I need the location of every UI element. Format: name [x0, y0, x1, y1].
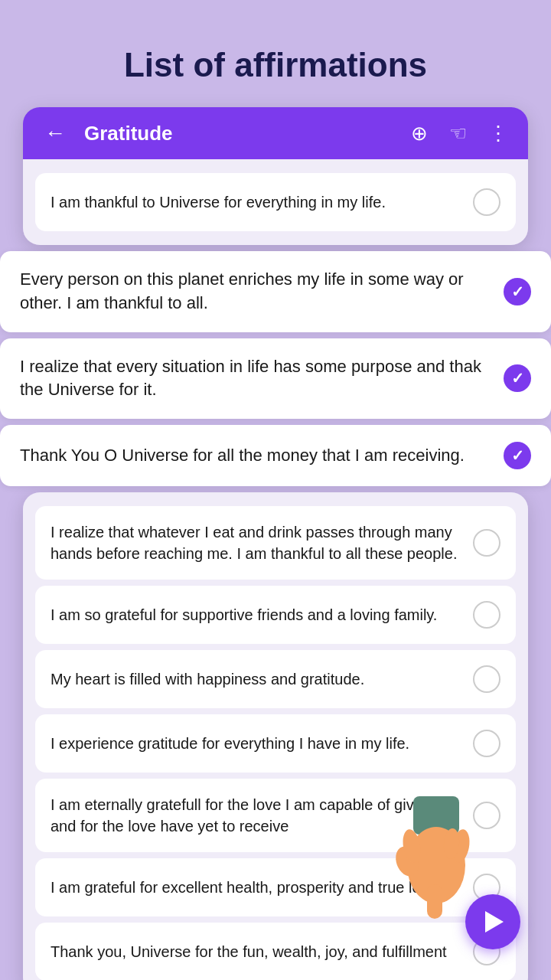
- back-button[interactable]: ←: [38, 115, 72, 152]
- app-toolbar: ← Gratitude ⊕ ☜ ⋮: [23, 107, 528, 159]
- list-item: I am so grateful for supportive friends …: [35, 586, 516, 644]
- play-button[interactable]: [465, 894, 520, 949]
- list-item: I experience gratitude for everything I …: [35, 714, 516, 773]
- add-icon[interactable]: ⊕: [406, 117, 432, 150]
- page-title: List of affirmations: [0, 0, 551, 107]
- svg-rect-2: [427, 884, 442, 919]
- checkbox-unchecked[interactable]: [473, 601, 500, 629]
- affirmation-text: Every person on this planet enriches my …: [20, 268, 494, 315]
- app-card: ← Gratitude ⊕ ☜ ⋮ I am thankful to Unive…: [23, 107, 528, 245]
- list-item: Every person on this planet enriches my …: [0, 251, 551, 332]
- affirmation-text: I am so grateful for supportive friends …: [51, 604, 464, 626]
- list-item: Thank you, Universe for the fun, wealth,…: [35, 923, 516, 980]
- list-item: I am thankful to Universe for everything…: [35, 173, 516, 231]
- affirmation-text: Thank You O Universe for all the money t…: [20, 444, 494, 468]
- affirmation-text: I am thankful to Universe for everything…: [51, 191, 464, 213]
- affirmation-text: I experience gratitude for everything I …: [51, 733, 464, 754]
- app-content: I am thankful to Universe for everything…: [23, 159, 528, 245]
- list-item: I realize that whatever I eat and drink …: [35, 506, 516, 580]
- checkbox-unchecked[interactable]: [473, 529, 500, 557]
- affirmation-text: I realize that whatever I eat and drink …: [51, 521, 464, 564]
- outer-items-section: Every person on this planet enriches my …: [0, 251, 551, 486]
- list-item: Thank You O Universe for all the money t…: [0, 425, 551, 486]
- toolbar-title: Gratitude: [84, 122, 394, 145]
- hand-illustration: [390, 796, 482, 919]
- checkbox-checked[interactable]: [504, 278, 531, 305]
- affirmation-text: Thank you, Universe for the fun, wealth,…: [51, 941, 464, 962]
- checkbox-checked[interactable]: [504, 442, 531, 469]
- more-menu-icon[interactable]: ⋮: [484, 117, 513, 150]
- checkbox-checked[interactable]: [504, 364, 531, 392]
- touch-icon[interactable]: ☜: [445, 117, 471, 150]
- checkbox-unchecked[interactable]: [473, 188, 500, 216]
- list-item: I realize that every situation in life h…: [0, 338, 551, 420]
- checkbox-unchecked[interactable]: [473, 730, 500, 757]
- list-item: My heart is filled with happiness and gr…: [35, 650, 516, 708]
- affirmation-text: My heart is filled with happiness and gr…: [51, 668, 464, 690]
- affirmation-text: I realize that every situation in life h…: [20, 355, 494, 403]
- checkbox-unchecked[interactable]: [473, 665, 500, 693]
